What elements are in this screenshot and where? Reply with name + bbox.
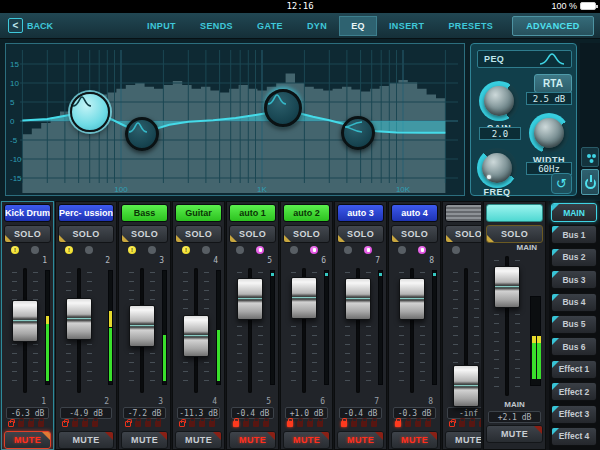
mute-button[interactable]: MUTE (4, 431, 51, 449)
bus-select-effect-3[interactable]: Effect 3 (551, 405, 597, 424)
solo-button[interactable]: SOLO (4, 225, 51, 243)
bus-select-bus-1[interactable]: Bus 1 (551, 225, 597, 244)
eq-band-3-handle[interactable] (264, 89, 302, 127)
fader-handle[interactable] (183, 315, 209, 357)
width-value[interactable]: 2.0 (479, 127, 521, 140)
channel-number: 1 (2, 397, 53, 406)
bus-select-effect-4[interactable]: Effect 4 (551, 427, 597, 446)
solo-button[interactable]: SOLO (175, 225, 222, 243)
channel-name-label[interactable]: auto 4 (391, 204, 438, 222)
mute-group-indicators (2, 419, 53, 429)
rta-toggle-button[interactable]: RTA (534, 74, 572, 93)
mute-button[interactable]: MUTE (283, 431, 330, 449)
channel-number: 5 (227, 397, 278, 406)
mute-button[interactable]: MUTE (229, 431, 276, 449)
mute-button[interactable]: MUTE (391, 431, 438, 449)
solo-button[interactable]: SOLO (486, 225, 543, 243)
bus-select-bus-4[interactable]: Bus 4 (551, 293, 597, 312)
mute-button[interactable]: MUTE (337, 431, 384, 449)
mute-corner-mark (267, 432, 275, 440)
solo-button[interactable]: SOLO (337, 225, 384, 243)
channel-name-label[interactable]: Bass (121, 204, 168, 222)
fader-handle[interactable] (494, 266, 520, 308)
solo-corner-mark (176, 235, 183, 242)
eq-type-select[interactable]: PEQ (477, 50, 572, 68)
channel-name-label[interactable] (445, 204, 481, 222)
gain-value[interactable]: 2.5 dB (526, 92, 572, 105)
mute-group-icon (425, 421, 431, 427)
channel-name-label[interactable]: auto 3 (337, 204, 384, 222)
mute-group-indicators (443, 419, 481, 429)
solo-button[interactable]: SOLO (283, 225, 330, 243)
mute-corner-mark (429, 432, 437, 440)
fader-handle[interactable] (12, 300, 38, 342)
channel-group-button[interactable] (581, 147, 599, 167)
tab-gate[interactable]: GATE (245, 16, 295, 36)
mute-group-icon (297, 421, 303, 427)
bus-select-main[interactable]: MAIN (551, 203, 597, 222)
solo-button[interactable]: SOLO (229, 225, 276, 243)
mute-button[interactable]: MUTE (58, 431, 114, 449)
freq-knob[interactable] (477, 148, 517, 188)
channel-name-label[interactable]: Kick Drum (4, 204, 51, 222)
bus-select-bus-6[interactable]: Bus 6 (551, 337, 597, 356)
solo-button[interactable]: SOLO (58, 225, 114, 243)
mute-button[interactable]: MUTE (445, 431, 481, 449)
eq-band-4-handle[interactable] (341, 116, 375, 150)
mute-group-icon (18, 421, 24, 427)
fader-handle[interactable] (345, 278, 371, 320)
fader-handle[interactable] (399, 278, 425, 320)
fader-handle[interactable] (291, 277, 317, 319)
bus-select-bus-3[interactable]: Bus 3 (551, 270, 597, 289)
solo-corner-mark (59, 235, 66, 242)
eq-graph[interactable]: 151050-5-10-151001K10K (5, 43, 465, 196)
channel-name-label[interactable]: auto 2 (283, 204, 330, 222)
mute-group-indicators (281, 419, 332, 429)
mute-group-icon (243, 421, 249, 427)
bus-corner-mark (552, 294, 559, 301)
mute-corner-mark (42, 432, 50, 440)
tab-eq[interactable]: EQ (339, 16, 377, 36)
fader-handle[interactable] (129, 305, 155, 347)
fader-handle[interactable] (453, 365, 479, 407)
mute-button[interactable]: MUTE (175, 431, 222, 449)
channel-name-label[interactable]: Perc- ussion (58, 204, 114, 222)
fader-area (173, 266, 224, 397)
bus-select-bus-2[interactable]: Bus 2 (551, 248, 597, 267)
tab-presets[interactable]: PRESETS (436, 16, 505, 36)
channel-name-label[interactable]: auto 1 (229, 204, 276, 222)
warning-indicator: ! (65, 246, 73, 254)
mute-button[interactable]: MUTE (486, 425, 543, 443)
width-knob-cap (534, 118, 564, 148)
tab-input[interactable]: INPUT (135, 16, 188, 36)
channel-number: 4 (173, 256, 224, 265)
eq-power-button[interactable] (581, 169, 599, 195)
gain-knob[interactable] (479, 81, 519, 121)
solo-button[interactable]: SOLO (391, 225, 438, 243)
channel-number: 3 (119, 397, 170, 406)
bus-select-bus-5[interactable]: Bus 5 (551, 315, 597, 334)
back-button[interactable]: < BACK (8, 18, 53, 33)
tab-sends[interactable]: SENDS (188, 16, 245, 36)
fader-handle[interactable] (66, 298, 92, 340)
mute-corner-mark (534, 426, 542, 434)
eq-band-1-handle[interactable] (70, 92, 110, 132)
fader-handle[interactable] (237, 278, 263, 320)
width-knob[interactable] (529, 113, 569, 153)
mute-button[interactable]: MUTE (121, 431, 168, 449)
tab-dyn[interactable]: DYN (295, 16, 339, 36)
meter-peak-tick (325, 273, 328, 276)
channel-name-label[interactable]: Guitar (175, 204, 222, 222)
solo-button[interactable]: SOLO (445, 225, 481, 243)
channel-strip-2: Perc- ussionSOLO!22-4.9 dBMUTE (55, 201, 117, 450)
bus-select-effect-1[interactable]: Effect 1 (551, 360, 597, 379)
mute-group-icon (82, 421, 88, 427)
reset-eq-button[interactable]: ↺ (551, 173, 572, 194)
tab-insert[interactable]: INSERT (377, 16, 436, 36)
solo-button[interactable]: SOLO (121, 225, 168, 243)
eq-band-2-handle[interactable] (125, 117, 159, 151)
advanced-button[interactable]: ADVANCED (512, 16, 594, 36)
channel-number: 3 (119, 256, 170, 265)
master-name-label[interactable] (486, 204, 543, 222)
bus-select-effect-2[interactable]: Effect 2 (551, 382, 597, 401)
